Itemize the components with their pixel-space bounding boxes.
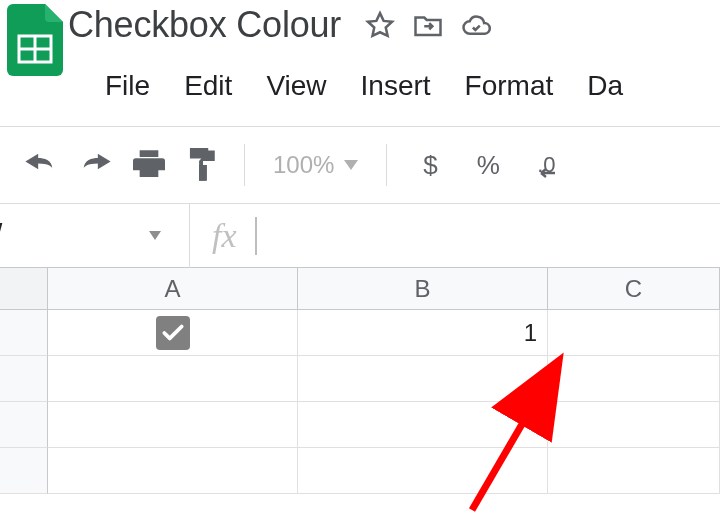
annotation-arrow — [0, 0, 720, 522]
svg-line-4 — [472, 407, 532, 510]
